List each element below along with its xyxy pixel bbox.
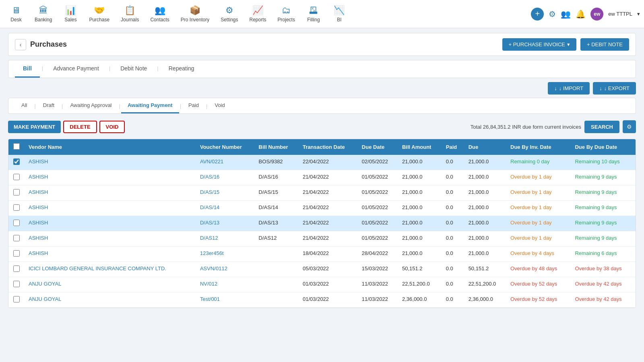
voucher-number-cell[interactable]: D/AS/14 (196, 201, 255, 216)
due-amount-cell: 21,000.0 (464, 216, 506, 231)
bill-amount-cell: 50,151.2 (398, 262, 442, 277)
voucher-number-cell[interactable]: D/AS/15 (196, 185, 255, 201)
tab-advance-payment[interactable]: Advance Payment (45, 60, 107, 78)
row-checkbox[interactable] (13, 250, 20, 257)
gear-icon[interactable]: ⚙ (549, 9, 556, 19)
table-row[interactable]: ANJU GOYALTest/00101/03/202211/03/20222,… (8, 292, 636, 308)
status-tab-awaiting-payment[interactable]: Awaiting Payment (121, 98, 179, 113)
nav-item-banking[interactable]: 🏛 Banking (30, 2, 57, 26)
row-checkbox-cell[interactable] (8, 170, 25, 185)
nav-item-desk[interactable]: 🖥 Desk (4, 2, 28, 26)
status-tab-paid[interactable]: Paid (182, 98, 205, 113)
voucher-number-cell[interactable]: ASVN/0112 (196, 262, 255, 277)
table-row[interactable]: ASHISHD/AS/15D/AS/1521/04/202201/05/2022… (8, 185, 636, 201)
vendor-name-cell[interactable]: ANJU GOYAL (25, 292, 196, 308)
table-row[interactable]: ASHISHAVN/0221BOS/938222/04/202202/05/20… (8, 155, 636, 170)
row-checkbox-cell[interactable] (8, 277, 25, 292)
users-icon[interactable]: 👥 (561, 9, 571, 19)
table-row[interactable]: ASHISHD/AS12D/AS1221/04/202201/05/202221… (8, 231, 636, 247)
due-amount-cell: 21,000.0 (464, 201, 506, 216)
nav-item-contacts[interactable]: 👥 Contacts (145, 2, 174, 26)
status-tab-draft[interactable]: Draft (37, 98, 61, 113)
row-checkbox[interactable] (13, 296, 20, 302)
table-row[interactable]: ICICI LOMBARD GENERAL INSURANCE COMPANY … (8, 262, 636, 277)
voucher-number-cell[interactable]: Test/001 (196, 292, 255, 308)
row-checkbox[interactable] (13, 158, 20, 165)
nav-item-journals[interactable]: 📋 Journals (116, 2, 144, 26)
row-checkbox[interactable] (13, 220, 20, 226)
voucher-number-cell[interactable]: NV/012 (196, 277, 255, 292)
nav-item-projects[interactable]: 🗂 Projects (273, 2, 300, 26)
due-date-cell: 01/05/2022 (358, 231, 398, 247)
table-row[interactable]: ASHISHD/AS/13D/AS/1321/04/202201/05/2022… (8, 216, 636, 231)
table-settings-button[interactable]: ⚙ (623, 120, 636, 133)
vendor-name-cell[interactable]: ASHISH (25, 185, 196, 201)
select-all-checkbox[interactable] (13, 143, 20, 150)
due-by-inv-date-cell: Overdue by 4 days (506, 247, 571, 262)
row-checkbox-cell[interactable] (8, 201, 25, 216)
vendor-name-cell[interactable]: ASHISH (25, 155, 196, 170)
vendor-name-cell[interactable]: ASHISH (25, 170, 196, 185)
void-button[interactable]: VOID (99, 121, 125, 133)
page-title: Purchases (30, 40, 67, 49)
page-header-left: ‹ Purchases (15, 39, 67, 50)
table-row[interactable]: ASHISH123er456t18/04/202228/04/202221,00… (8, 247, 636, 262)
row-checkbox[interactable] (13, 265, 20, 272)
row-checkbox[interactable] (13, 204, 20, 211)
voucher-number-cell[interactable]: 123er456t (196, 247, 255, 262)
row-checkbox-cell[interactable] (8, 231, 25, 247)
nav-item-pro-inventory[interactable]: 📦 Pro Inventory (176, 2, 214, 26)
due-by-inv-date-cell: Overdue by 1 day (506, 201, 571, 216)
row-checkbox-cell[interactable] (8, 185, 25, 201)
back-button[interactable]: ‹ (15, 39, 26, 50)
select-all-header[interactable] (8, 139, 25, 155)
vendor-name-cell[interactable]: ASHISH (25, 231, 196, 247)
status-tab-void[interactable]: Void (208, 98, 231, 113)
make-payment-button[interactable]: MAKE PAYMENT (8, 121, 61, 133)
nav-item-filling[interactable]: 🗳 Filling (301, 2, 326, 26)
dropdown-icon[interactable]: ▾ (637, 11, 640, 17)
import-button[interactable]: ↓ ↓ IMPORT (548, 82, 590, 95)
journals-icon: 📋 (124, 5, 135, 16)
row-checkbox-cell[interactable] (8, 216, 25, 231)
notifications-icon[interactable]: 🔔 (576, 9, 586, 19)
row-checkbox[interactable] (13, 174, 20, 180)
status-tab-awaiting-approval[interactable]: Awaiting Approval (64, 98, 118, 113)
add-button[interactable]: + (531, 8, 544, 21)
voucher-number-cell[interactable]: D/AS12 (196, 231, 255, 247)
debit-note-button[interactable]: + DEBIT NOTE (580, 38, 629, 51)
nav-item-sales[interactable]: 📊 Sales (58, 2, 83, 26)
table-row[interactable]: ASHISHD/AS/14D/AS/1421/04/202201/05/2022… (8, 201, 636, 216)
row-checkbox[interactable] (13, 281, 20, 287)
row-checkbox[interactable] (13, 189, 20, 195)
voucher-number-cell[interactable]: AVN/0221 (196, 155, 255, 170)
tab-debit-note[interactable]: Debit Note (112, 60, 155, 78)
row-checkbox-cell[interactable] (8, 262, 25, 277)
vendor-name-cell[interactable]: ASHISH (25, 247, 196, 262)
voucher-number-cell[interactable]: D/AS/16 (196, 170, 255, 185)
vendor-name-cell[interactable]: ASHISH (25, 201, 196, 216)
status-tab-all[interactable]: All (15, 98, 33, 113)
vendor-name-cell[interactable]: ANJU GOYAL (25, 277, 196, 292)
user-name[interactable]: ew TTTPL (608, 11, 632, 17)
voucher-number-cell[interactable]: D/AS/13 (196, 216, 255, 231)
row-checkbox[interactable] (13, 235, 20, 241)
nav-item-settings[interactable]: ⚙ Settings (216, 2, 243, 26)
tab-bill[interactable]: Bill (15, 60, 40, 78)
delete-button[interactable]: DELETE (63, 121, 97, 133)
nav-item-purchase[interactable]: 🤝 Purchase (84, 2, 114, 26)
vendor-name-cell[interactable]: ICICI LOMBARD GENERAL INSURANCE COMPANY … (25, 262, 196, 277)
tab-repeating[interactable]: Repeating (161, 60, 202, 78)
row-checkbox-cell[interactable] (8, 292, 25, 308)
nav-item-bi[interactable]: 📉 BI (327, 2, 351, 26)
purchase-invoice-button[interactable]: + PURCHASE INVOICE ▾ (502, 38, 577, 51)
nav-item-reports[interactable]: 📈 Reports (245, 2, 271, 26)
export-button[interactable]: ↓ ↓ EXPORT (593, 82, 636, 95)
due-amount-cell: 21,000.0 (464, 185, 506, 201)
row-checkbox-cell[interactable] (8, 247, 25, 262)
row-checkbox-cell[interactable] (8, 155, 25, 170)
table-row[interactable]: ASHISHD/AS/16D/AS/1621/04/202201/05/2022… (8, 170, 636, 185)
search-button[interactable]: SEARCH (584, 121, 619, 133)
vendor-name-cell[interactable]: ASHISH (25, 216, 196, 231)
table-row[interactable]: ANJU GOYALNV/01201/03/202211/03/202222,5… (8, 277, 636, 292)
